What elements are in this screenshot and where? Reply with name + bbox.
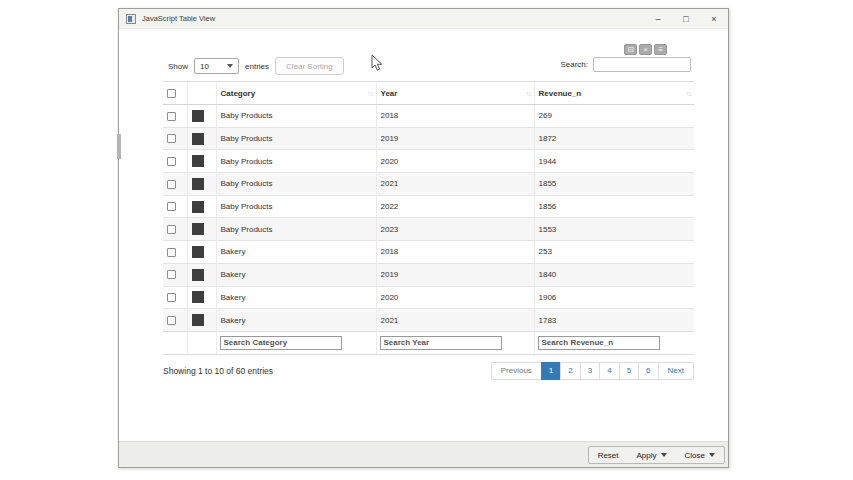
select-all-checkbox[interactable] [167,89,176,98]
year-cell: 2020 [376,150,534,173]
row-checkbox[interactable] [167,157,176,166]
select-all-header [163,82,187,105]
column-header-revenue[interactable]: Revenue_n ↑↓ [534,82,694,105]
revenue-cell: 1855 [534,173,694,196]
collapse-pane-icon[interactable]: ⊟ [624,44,637,55]
row-checkbox[interactable] [167,180,176,189]
table-row[interactable]: Bakery 2020 1906 [163,286,694,309]
table-row[interactable]: Bakery 2018 253 [163,241,694,264]
revenue-cell: 1553 [534,218,694,241]
column-search-row [163,331,694,354]
revenue-search-input[interactable] [538,336,660,350]
search-input[interactable] [593,57,691,72]
color-swatch [192,178,204,190]
row-checkbox[interactable] [167,202,176,211]
expand-pane-icon[interactable]: × [639,44,652,55]
revenue-cell: 253 [534,241,694,264]
next-button[interactable]: Next [658,362,694,380]
search-label: Search: [560,60,588,69]
page-button[interactable]: 4 [599,362,619,380]
app-icon [126,14,136,24]
category-cell: Baby Products [216,127,376,150]
table-info: Showing 1 to 10 of 60 entries [163,366,273,376]
color-swatch [192,110,204,122]
category-cell: Baby Products [216,105,376,128]
window-title: JavaScript Table View [142,14,215,23]
year-cell: 2021 [376,309,534,332]
row-checkbox[interactable] [167,112,176,121]
page-button[interactable]: 5 [619,362,639,380]
revenue-cell: 1856 [534,195,694,218]
color-swatch [192,246,204,258]
sort-icon[interactable]: ↑↓ [686,90,691,97]
category-cell: Baby Products [216,173,376,196]
row-checkbox[interactable] [167,316,176,325]
page-button[interactable]: 2 [560,362,580,380]
page-button[interactable]: 1 [541,362,561,380]
entries-label: entries [245,62,269,71]
table-row[interactable]: Baby Products 2018 269 [163,105,694,128]
revenue-cell: 1906 [534,286,694,309]
color-swatch [192,155,204,167]
column-header-year[interactable]: Year ↑↓ [376,82,534,105]
window-edge-marker [117,134,121,159]
sort-icon[interactable]: ↑↓ [526,90,531,97]
category-cell: Baby Products [216,218,376,241]
category-cell: Bakery [216,241,376,264]
year-cell: 2018 [376,241,534,264]
chevron-down-icon [709,453,715,457]
row-checkbox[interactable] [167,270,176,279]
category-search-input[interactable] [220,336,342,350]
year-cell: 2022 [376,195,534,218]
page-button[interactable]: 6 [638,362,658,380]
table-row[interactable]: Bakery 2019 1840 [163,263,694,286]
year-search-input[interactable] [380,336,502,350]
dialog-button-strip: ResetApplyClose [588,446,725,464]
color-swatch [192,269,204,281]
year-cell: 2019 [376,263,534,286]
color-swatch [192,201,204,213]
menu-icon[interactable]: ≡ [654,44,667,55]
row-checkbox[interactable] [167,225,176,234]
color-swatch [192,314,204,326]
titlebar: JavaScript Table View – □ × [119,9,728,29]
category-cell: Bakery [216,263,376,286]
pagination: Previous 123456Next [492,362,694,380]
swatch-header [187,82,216,105]
table-row[interactable]: Baby Products 2022 1856 [163,195,694,218]
category-cell: Bakery [216,286,376,309]
year-cell: 2019 [376,127,534,150]
year-cell: 2023 [376,218,534,241]
table-row[interactable]: Bakery 2021 1783 [163,309,694,332]
previous-button[interactable]: Previous [491,362,542,380]
clear-sorting-button[interactable]: Clear Sorting [275,57,344,75]
row-checkbox[interactable] [167,248,176,257]
color-swatch [192,133,204,145]
reset-button[interactable]: Reset [589,447,628,463]
table-row[interactable]: Baby Products 2021 1855 [163,173,694,196]
minimize-button[interactable]: – [644,9,672,29]
dialog-footer: ResetApplyClose [119,441,728,467]
table-row[interactable]: Baby Products 2019 1872 [163,127,694,150]
table-row[interactable]: Baby Products 2020 1944 [163,150,694,173]
column-header-category[interactable]: Category ↑↓ [216,82,376,105]
page-button[interactable]: 3 [580,362,600,380]
page-size-select[interactable]: 10 [194,58,239,74]
revenue-cell: 1840 [534,263,694,286]
page-size-value: 10 [200,62,209,71]
revenue-cell: 1783 [534,309,694,332]
window: JavaScript Table View – □ × Show 10 entr… [118,8,729,468]
close-button[interactable]: Close [676,447,724,463]
table-row[interactable]: Baby Products 2023 1553 [163,218,694,241]
close-icon[interactable]: × [700,9,728,29]
sort-icon[interactable]: ↑↓ [368,90,373,97]
apply-button[interactable]: Apply [628,447,676,463]
row-checkbox[interactable] [167,293,176,302]
table-body: Baby Products 2018 269 Baby Products 201… [163,105,694,332]
revenue-cell: 1944 [534,150,694,173]
color-swatch [192,291,204,303]
maximize-button[interactable]: □ [672,9,700,29]
year-cell: 2020 [376,286,534,309]
chevron-down-icon [227,64,233,68]
row-checkbox[interactable] [167,134,176,143]
